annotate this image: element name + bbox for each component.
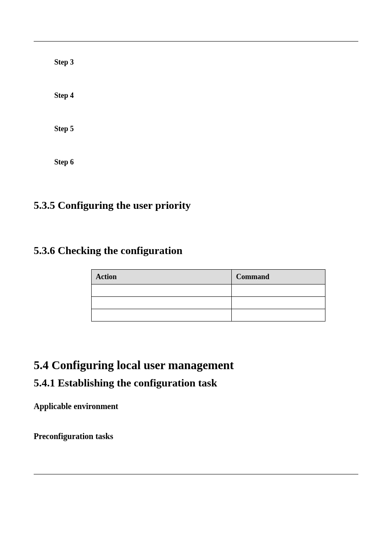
table-cell-action: [92, 284, 232, 297]
table-header-action: Action: [92, 270, 232, 284]
table-cell-action: [92, 309, 232, 321]
config-check-table: Action Command: [91, 269, 358, 321]
step-5-label: Step 5: [54, 125, 358, 133]
heading-preconfiguration-tasks: Preconfiguration tasks: [34, 432, 358, 441]
step-3-label: Step 3: [54, 58, 358, 67]
step-4-label: Step 4: [54, 91, 358, 100]
top-horizontal-rule: [34, 41, 358, 42]
table-row: [92, 297, 325, 309]
heading-5-3-6: 5.3.6 Checking the configuration: [34, 245, 358, 257]
table-cell-command: [232, 297, 325, 309]
heading-5-3-5: 5.3.5 Configuring the user priority: [34, 199, 358, 212]
table-header-row: Action Command: [92, 270, 325, 284]
table-cell-command: [232, 309, 325, 321]
table-header-command: Command: [232, 270, 325, 284]
heading-5-4: 5.4 Configuring local user management: [34, 358, 358, 372]
table-cell-command: [232, 284, 325, 297]
bottom-horizontal-rule: [34, 474, 358, 474]
table-cell-action: [92, 297, 232, 309]
heading-applicable-environment: Applicable environment: [34, 402, 358, 411]
table-row: [92, 309, 325, 321]
heading-5-4-1: 5.4.1 Establishing the configuration tas…: [34, 377, 358, 389]
table-row: [92, 284, 325, 297]
step-6-label: Step 6: [54, 158, 358, 166]
